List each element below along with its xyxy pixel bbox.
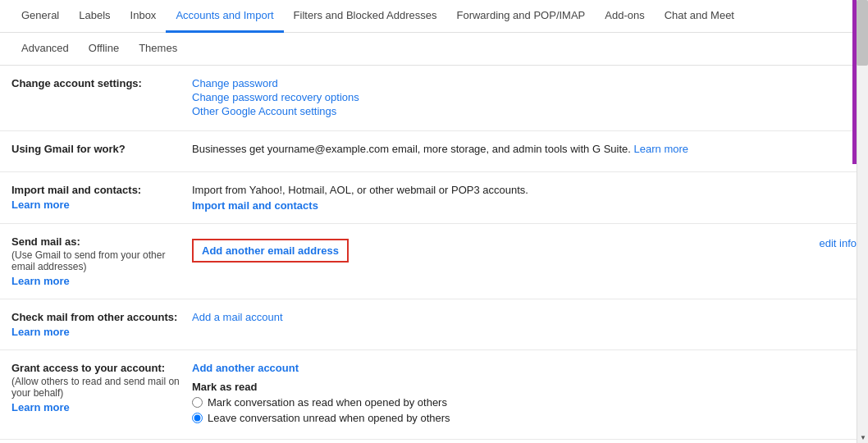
other-google-account-link[interactable]: Other Google Account settings bbox=[192, 105, 857, 117]
send-mail-label: Send mail as: (Use Gmail to send from yo… bbox=[11, 235, 192, 287]
gmail-work-content: Businesses get yourname@example.com emai… bbox=[192, 143, 857, 155]
nav-general[interactable]: General bbox=[11, 0, 69, 33]
change-password-link[interactable]: Change password bbox=[192, 77, 857, 89]
import-mail-label: Import mail and contacts: Learn more bbox=[11, 184, 192, 211]
send-mail-learn-more[interactable]: Learn more bbox=[11, 275, 184, 287]
scroll-down-arrow[interactable]: ▼ bbox=[857, 432, 868, 440]
nav-themes[interactable]: Themes bbox=[129, 33, 187, 66]
check-mail-content: Add a mail account bbox=[192, 311, 857, 323]
radio-leave-unread-label: Leave conversation unread when opened by… bbox=[208, 412, 450, 424]
grant-access-row: Grant access to your account: (Allow oth… bbox=[0, 350, 868, 440]
radio-leave-unread[interactable]: Leave conversation unread when opened by… bbox=[192, 412, 857, 424]
import-mail-row: Import mail and contacts: Learn more Imp… bbox=[0, 172, 868, 224]
scrollbar-thumb[interactable] bbox=[857, 0, 868, 66]
import-learn-more[interactable]: Learn more bbox=[11, 199, 184, 211]
scrollbar-track: ▲ ▼ bbox=[857, 0, 868, 440]
grant-access-learn-more[interactable]: Learn more bbox=[11, 401, 184, 413]
grant-access-sub: (Allow others to read and send mail on y… bbox=[11, 376, 184, 399]
change-account-label: Change account settings: bbox=[11, 77, 192, 89]
radio-mark-read-label: Mark conversation as read when opened by… bbox=[208, 396, 447, 409]
edit-info-link[interactable]: edit info bbox=[819, 235, 857, 249]
top-nav: General Labels Inbox Accounts and Import… bbox=[0, 0, 868, 33]
change-account-row: Change account settings: Change password… bbox=[0, 66, 868, 131]
second-nav: Advanced Offline Themes bbox=[0, 33, 868, 66]
nav-advanced[interactable]: Advanced bbox=[11, 33, 79, 66]
nav-offline[interactable]: Offline bbox=[79, 33, 129, 66]
mark-as-read-label: Mark as read bbox=[192, 381, 857, 393]
import-mail-contacts-link[interactable]: Import mail and contacts bbox=[192, 199, 857, 212]
grant-access-content: Add another account Mark as read Mark co… bbox=[192, 362, 857, 427]
check-mail-learn-more[interactable]: Learn more bbox=[11, 326, 184, 338]
nav-labels[interactable]: Labels bbox=[69, 0, 120, 33]
add-another-account-link[interactable]: Add another account bbox=[192, 362, 299, 374]
send-mail-content: Add another email address bbox=[192, 235, 819, 263]
change-password-recovery-link[interactable]: Change password recovery options bbox=[192, 91, 857, 103]
radio-leave-unread-input[interactable] bbox=[192, 413, 203, 423]
nav-forwarding[interactable]: Forwarding and POP/IMAP bbox=[446, 0, 595, 33]
gmail-work-label: Using Gmail for work? bbox=[11, 143, 192, 155]
send-mail-sub: (Use Gmail to send from your other email… bbox=[11, 249, 184, 272]
radio-mark-read[interactable]: Mark conversation as read when opened by… bbox=[192, 396, 857, 409]
gmail-work-learn-more[interactable]: Learn more bbox=[634, 143, 688, 155]
gmail-work-row: Using Gmail for work? Businesses get you… bbox=[0, 131, 868, 172]
radio-mark-read-input[interactable] bbox=[192, 397, 203, 408]
mark-as-read-group: Mark as read Mark conversation as read w… bbox=[192, 381, 857, 424]
check-mail-row: Check mail from other accounts: Learn mo… bbox=[0, 299, 868, 350]
nav-filters[interactable]: Filters and Blocked Addresses bbox=[284, 0, 447, 33]
purple-accent-decoration bbox=[852, 0, 857, 164]
change-account-content: Change password Change password recovery… bbox=[192, 77, 857, 119]
add-mail-account-link[interactable]: Add a mail account bbox=[192, 311, 283, 323]
send-mail-row: Send mail as: (Use Gmail to send from yo… bbox=[0, 224, 868, 299]
nav-inbox[interactable]: Inbox bbox=[121, 0, 167, 33]
nav-chat-meet[interactable]: Chat and Meet bbox=[655, 0, 744, 33]
grant-access-label: Grant access to your account: (Allow oth… bbox=[11, 362, 192, 413]
check-mail-label: Check mail from other accounts: Learn mo… bbox=[11, 311, 192, 338]
nav-addons[interactable]: Add-ons bbox=[595, 0, 654, 33]
import-mail-description: Import from Yahoo!, Hotmail, AOL, or oth… bbox=[192, 184, 857, 196]
add-email-address-button[interactable]: Add another email address bbox=[192, 239, 349, 263]
import-mail-content: Import from Yahoo!, Hotmail, AOL, or oth… bbox=[192, 184, 857, 212]
gmail-work-text: Businesses get yourname@example.com emai… bbox=[192, 143, 631, 155]
nav-accounts-import[interactable]: Accounts and Import bbox=[166, 0, 283, 33]
settings-content: Change account settings: Change password… bbox=[0, 66, 868, 440]
